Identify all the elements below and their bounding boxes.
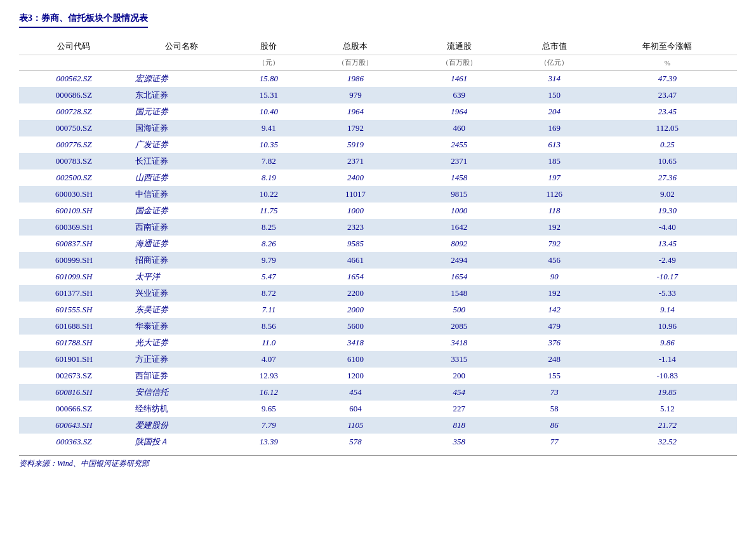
data-table: 公司代码 公司名称 股价 总股本 流通股 总市值 年初至今涨幅 （元） （百万股… (19, 38, 737, 450)
table-row: 601788.SH光大证券11.0341834183769.86 (19, 335, 737, 351)
price-col: 8.56 (234, 318, 304, 335)
total-col: 454 (303, 384, 407, 401)
col2-header: 公司名称 (129, 38, 234, 55)
name-col: 国金证券 (129, 203, 234, 219)
ytd-col: -2.49 (598, 252, 738, 269)
ytd-col: 23.45 (598, 103, 738, 120)
ytd-col: 21.72 (598, 417, 738, 434)
code-col: 002673.SZ (19, 368, 129, 384)
table-row: 600369.SH西南证券8.2523231642192-4.40 (19, 219, 737, 236)
float-col: 818 (408, 417, 511, 434)
mktcap-col: 86 (511, 417, 598, 434)
price-col: 7.82 (234, 153, 304, 169)
total-col: 604 (303, 401, 407, 417)
col3-unit: （元） (234, 55, 304, 70)
mktcap-col: 792 (511, 236, 598, 252)
float-col: 1642 (408, 219, 511, 236)
float-col: 227 (408, 401, 511, 417)
price-col: 8.72 (234, 285, 304, 302)
code-col: 002500.SZ (19, 169, 129, 186)
col6-header: 总市值 (511, 38, 598, 55)
table-row: 601377.SH兴业证券8.7222001548192-5.33 (19, 285, 737, 302)
price-col: 4.07 (234, 351, 304, 368)
mktcap-col: 90 (511, 269, 598, 285)
price-col: 11.0 (234, 335, 304, 351)
name-col: 东吴证券 (129, 302, 234, 318)
price-col: 8.26 (234, 236, 304, 252)
code-col: 000562.SZ (19, 70, 129, 87)
total-col: 2200 (303, 285, 407, 302)
code-col: 000686.SZ (19, 87, 129, 103)
mktcap-col: 185 (511, 153, 598, 169)
col5-unit: （百万股） (408, 55, 511, 70)
col6-unit: （亿元） (511, 55, 598, 70)
name-col: 爱建股份 (129, 417, 234, 434)
col7-unit: % (598, 55, 738, 70)
price-col: 9.41 (234, 120, 304, 136)
total-col: 1792 (303, 120, 407, 136)
mktcap-col: 58 (511, 401, 598, 417)
total-col: 2400 (303, 169, 407, 186)
ytd-col: 10.65 (598, 153, 738, 169)
ytd-col: -1.14 (598, 351, 738, 368)
float-col: 1548 (408, 285, 511, 302)
float-col: 500 (408, 302, 511, 318)
code-col: 600030.SH (19, 186, 129, 203)
ytd-col: 23.47 (598, 87, 738, 103)
code-col: 000728.SZ (19, 103, 129, 120)
name-col: 方正证券 (129, 351, 234, 368)
mktcap-col: 192 (511, 285, 598, 302)
mktcap-col: 169 (511, 120, 598, 136)
mktcap-col: 77 (511, 434, 598, 450)
table-row: 600030.SH中信证券10.2211017981511269.02 (19, 186, 737, 203)
mktcap-col: 142 (511, 302, 598, 318)
code-col: 000783.SZ (19, 153, 129, 169)
float-col: 9815 (408, 186, 511, 203)
code-col: 601377.SH (19, 285, 129, 302)
price-col: 15.31 (234, 87, 304, 103)
mktcap-col: 204 (511, 103, 598, 120)
total-col: 2371 (303, 153, 407, 169)
ytd-col: 13.45 (598, 236, 738, 252)
code-col: 600837.SH (19, 236, 129, 252)
table-row: 601688.SH华泰证券8.565600208547910.96 (19, 318, 737, 335)
float-col: 2085 (408, 318, 511, 335)
float-col: 1000 (408, 203, 511, 219)
mktcap-col: 150 (511, 87, 598, 103)
ytd-col: -10.17 (598, 269, 738, 285)
code-col: 600369.SH (19, 219, 129, 236)
code-col: 600109.SH (19, 203, 129, 219)
name-col: 西部证券 (129, 368, 234, 384)
price-col: 15.80 (234, 70, 304, 87)
code-col: 000666.SZ (19, 401, 129, 417)
table-row: 000728.SZ国元证券10.401964196420423.45 (19, 103, 737, 120)
table-row: 600999.SH招商证券9.7946612494456-2.49 (19, 252, 737, 269)
table-row: 000562.SZ宏源证券15.801986146131447.39 (19, 70, 737, 87)
float-col: 1458 (408, 169, 511, 186)
total-col: 1200 (303, 368, 407, 384)
float-col: 3315 (408, 351, 511, 368)
price-col: 11.75 (234, 203, 304, 219)
price-col: 16.12 (234, 384, 304, 401)
total-col: 2323 (303, 219, 407, 236)
name-col: 招商证券 (129, 252, 234, 269)
name-col: 华泰证券 (129, 318, 234, 335)
total-col: 2000 (303, 302, 407, 318)
code-col: 000363.SZ (19, 434, 129, 450)
float-col: 639 (408, 87, 511, 103)
mktcap-col: 197 (511, 169, 598, 186)
price-col: 5.47 (234, 269, 304, 285)
ytd-col: 19.85 (598, 384, 738, 401)
name-col: 光大证券 (129, 335, 234, 351)
code-col: 601788.SH (19, 335, 129, 351)
col7-header: 年初至今涨幅 (598, 38, 738, 55)
float-col: 1654 (408, 269, 511, 285)
mktcap-col: 456 (511, 252, 598, 269)
code-col: 601555.SH (19, 302, 129, 318)
mktcap-col: 155 (511, 368, 598, 384)
total-col: 4661 (303, 252, 407, 269)
float-col: 454 (408, 384, 511, 401)
col1-header: 公司代码 (19, 38, 129, 55)
total-col: 9585 (303, 236, 407, 252)
price-col: 7.11 (234, 302, 304, 318)
